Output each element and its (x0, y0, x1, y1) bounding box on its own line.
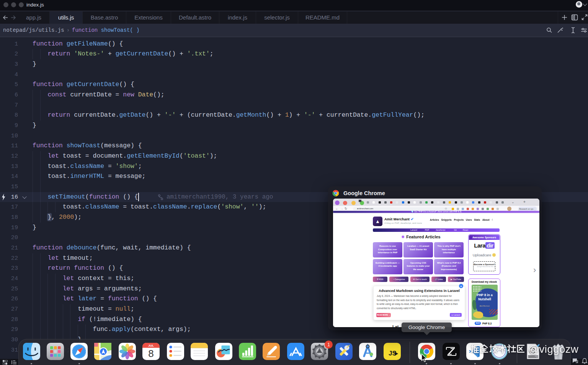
svg-text:JUL: JUL (148, 344, 154, 347)
svg-text:8: 8 (148, 348, 154, 359)
